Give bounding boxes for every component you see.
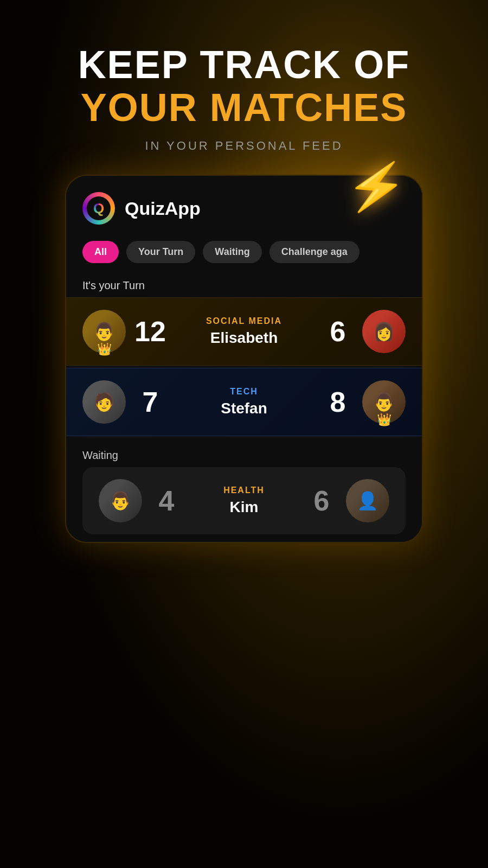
my-score-3: 4 [142, 484, 191, 517]
opp-avatar-1: 👩 [362, 310, 406, 353]
match-card-1[interactable]: 👨 👑 12 SOCIAL MEDIA Elisabeth 6 👩 [66, 297, 422, 366]
app-name: QuizApp [125, 198, 201, 219]
match-category-2: TECH [180, 387, 308, 397]
opp-score-3: 6 [297, 484, 346, 517]
phone-frame: Q QuizApp All Your Turn Waiting Challeng… [65, 175, 423, 543]
my-score-1: 12 [126, 315, 175, 348]
tab-all[interactable]: All [82, 241, 119, 263]
match-card-3[interactable]: 👨 4 HEALTH Kim 6 👤 [82, 467, 406, 534]
opp-crown-2: 👑 [377, 413, 391, 427]
tab-challenge[interactable]: Challenge aga [269, 241, 359, 263]
title-line2: YOUR MATCHES [78, 86, 410, 129]
opp-avatar-2: 👨 👑 [362, 380, 406, 424]
app-logo-letter: Q [93, 200, 104, 217]
title-line1: KEEP TRACK OF [78, 43, 410, 86]
main-content: KEEP TRACK OF YOUR MATCHES IN YOUR PERSO… [0, 0, 488, 868]
your-turn-section-label: It's your Turn [66, 271, 422, 297]
waiting-section: Waiting 👨 4 HEALTH Kim 6 👤 [66, 438, 422, 542]
waiting-label: Waiting [82, 449, 406, 462]
my-avatar-img-3: 👨 [99, 479, 142, 522]
lightning-icon: ⚡ [344, 156, 409, 218]
my-avatar-3: 👨 [99, 479, 142, 522]
match-center-2: TECH Stefan [175, 387, 313, 417]
opp-avatar-img-1: 👩 [362, 310, 406, 353]
match-center-1: SOCIAL MEDIA Elisabeth [175, 316, 313, 347]
match-category-3: HEALTH [196, 486, 292, 495]
opp-score-2: 8 [313, 386, 362, 418]
tab-waiting[interactable]: Waiting [203, 241, 261, 263]
phone-wrapper: ⚡ Q QuizApp All Your Turn Waiting Challe… [65, 175, 423, 543]
my-avatar-1: 👨 👑 [82, 310, 126, 353]
my-score-2: 7 [126, 386, 175, 418]
match-card-2[interactable]: 🧑 7 TECH Stefan 8 👨 👑 [66, 368, 422, 436]
filter-tabs: All Your Turn Waiting Challenge aga [66, 235, 422, 271]
app-logo: Q [82, 192, 115, 225]
my-avatar-2: 🧑 [82, 380, 126, 424]
tab-your-turn[interactable]: Your Turn [126, 241, 195, 263]
subtitle: IN YOUR PERSONAL FEED [78, 139, 410, 153]
my-crown-1: 👑 [97, 342, 112, 356]
my-avatar-img-2: 🧑 [82, 380, 126, 424]
app-logo-inner: Q [87, 196, 111, 220]
match-category-1: SOCIAL MEDIA [180, 316, 308, 326]
opp-avatar-img-3: 👤 [346, 479, 389, 522]
match-opponent-3: Kim [196, 499, 292, 516]
match-center-3: HEALTH Kim [191, 486, 297, 516]
match-opponent-2: Stefan [180, 400, 308, 417]
header-section: KEEP TRACK OF YOUR MATCHES IN YOUR PERSO… [78, 0, 410, 153]
opp-score-1: 6 [313, 315, 362, 348]
opp-avatar-3: 👤 [346, 479, 389, 522]
match-opponent-1: Elisabeth [180, 329, 308, 347]
